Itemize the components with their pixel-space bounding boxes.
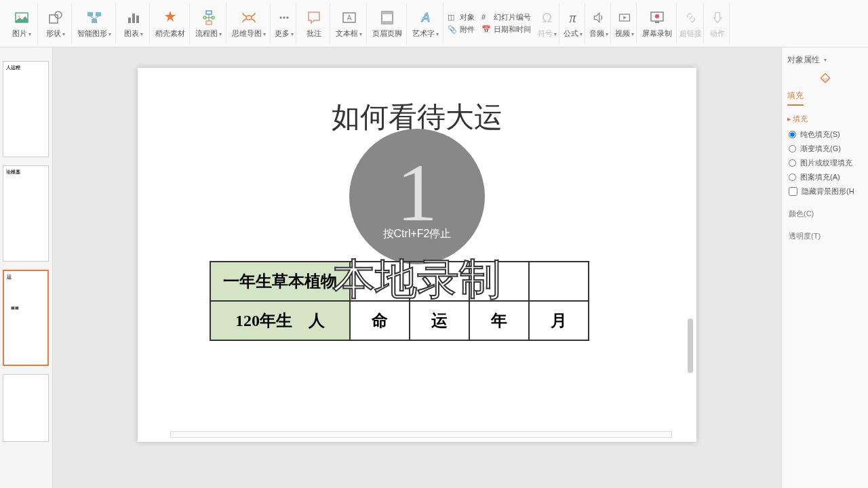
thumbnail-4[interactable] [3, 374, 49, 442]
svg-rect-6 [92, 19, 97, 23]
svg-point-17 [286, 16, 288, 18]
symbol-icon: Ω [538, 8, 557, 27]
ribbon-wordart[interactable]: A 艺术字▾ [408, 3, 443, 44]
ribbon-headerfooter[interactable]: 页眉页脚 [368, 3, 407, 44]
ribbon-video[interactable]: 视频▾ [612, 3, 637, 44]
svg-point-15 [279, 16, 281, 18]
main-area: 人运程 论根基 运 ▦▦ 如何看待大运 1 按Ctrl+F2停止 本地录制 一年… [0, 47, 868, 488]
countdown-number: 1 [397, 152, 437, 234]
table-cell[interactable] [529, 262, 589, 301]
ribbon-shape[interactable]: 形状▾ [39, 3, 72, 44]
radio-solid-fill[interactable]: 纯色填充(S) [789, 129, 861, 140]
slide-thumbnails: 人运程 论根基 运 ▦▦ [0, 47, 53, 488]
thumbnail-2[interactable]: 论根基 [3, 165, 49, 262]
svg-rect-11 [206, 21, 212, 24]
radio-picture-fill[interactable]: 图片或纹理填充 [789, 158, 861, 168]
comment-icon [304, 8, 323, 27]
stop-hint: 按Ctrl+F2停止 [383, 227, 452, 241]
ribbon-chart[interactable]: 图表▾ [117, 3, 150, 44]
svg-rect-5 [96, 12, 101, 16]
radio-pattern-fill[interactable]: 图案填充(A) [789, 172, 861, 182]
local-recording-label: 本地录制 [333, 251, 501, 308]
svg-rect-9 [136, 16, 139, 23]
image-icon [12, 8, 31, 27]
ribbon-symbol[interactable]: Ω 符号▾ [535, 3, 559, 44]
table-cell[interactable]: 月 [529, 301, 589, 340]
transparency-label[interactable]: 透明度(T) [789, 231, 863, 241]
equation-icon: π [564, 8, 583, 27]
check-hide-bg[interactable]: 隐藏背景图形(H [789, 186, 861, 197]
svg-rect-21 [382, 12, 393, 14]
ribbon: 图片▾ 形状▾ 智能图形▾ 图表▾ 稻壳素材 流程图▾ 思维导图▾ 更多▾ 批注… [0, 0, 868, 47]
svg-rect-10 [206, 11, 212, 14]
fill-tab-icon[interactable] [818, 71, 833, 86]
ribbon-image[interactable]: 图片▾ [5, 3, 38, 44]
chart-icon [124, 8, 143, 27]
svg-rect-27 [655, 22, 659, 23]
more-icon [275, 8, 294, 27]
fill-tab[interactable]: 填充 [787, 90, 804, 106]
svg-rect-7 [128, 18, 131, 23]
svg-point-1 [18, 16, 20, 18]
ribbon-datetime[interactable]: 📅日期和时间 [481, 24, 531, 35]
ribbon-flowchart[interactable]: 流程图▾ [191, 3, 226, 44]
radio-gradient-fill[interactable]: 渐变填充(G) [789, 144, 861, 154]
action-icon [708, 8, 727, 27]
ribbon-mindmap[interactable]: 思维导图▾ [228, 3, 271, 44]
svg-rect-4 [87, 12, 93, 16]
ribbon-equation[interactable]: π 公式▾ [561, 3, 585, 44]
table-cell[interactable]: 120年生 人 [210, 301, 350, 340]
ribbon-slidenum[interactable]: #幻灯片编号 [481, 12, 531, 22]
ribbon-small-group1: ◫对象 📎附件 [445, 11, 477, 36]
color-label[interactable]: 颜色(C) [789, 209, 863, 219]
flowchart-icon [199, 8, 218, 27]
mindmap-icon [239, 8, 258, 27]
ribbon-docer[interactable]: 稻壳素材 [151, 3, 190, 44]
svg-rect-22 [382, 21, 393, 24]
video-icon [615, 8, 634, 27]
svg-point-14 [246, 16, 252, 20]
table-cell[interactable]: 一年生草本植物 [210, 262, 350, 301]
wordart-icon: A [416, 8, 435, 27]
ribbon-action[interactable]: 动作 [705, 3, 730, 44]
panel-title: 对象属性▾ [787, 54, 863, 66]
ribbon-screenrec[interactable]: 屏幕录制 [638, 3, 677, 44]
screenrec-icon [648, 8, 667, 27]
ribbon-more[interactable]: 更多▾ [272, 3, 296, 44]
thumbnail-1[interactable]: 人运程 [3, 61, 49, 157]
notes-placeholder[interactable] [170, 431, 672, 438]
headerfooter-icon [378, 8, 397, 27]
slide[interactable]: 如何看待大运 1 按Ctrl+F2停止 本地录制 一年生草本植物 120年生 人… [138, 68, 696, 442]
slide-canvas[interactable]: 如何看待大运 1 按Ctrl+F2停止 本地录制 一年生草本植物 120年生 人… [53, 47, 781, 488]
ribbon-object[interactable]: ◫对象 [448, 12, 475, 22]
audio-icon [589, 8, 608, 27]
hyperlink-icon [682, 8, 701, 27]
textbox-icon: A [340, 8, 359, 27]
svg-point-26 [655, 14, 659, 18]
fill-section-header[interactable]: ▸填充 [787, 114, 863, 124]
svg-text:A: A [347, 14, 351, 22]
ribbon-textbox[interactable]: A 文本框▾ [332, 3, 367, 44]
ribbon-audio[interactable]: 音频▾ [587, 3, 611, 44]
recording-indicator: 1 按Ctrl+F2停止 [349, 129, 485, 264]
ribbon-comment[interactable]: 批注 [298, 3, 330, 44]
svg-point-16 [283, 16, 285, 18]
svg-rect-8 [132, 14, 135, 23]
ribbon-small-group2: #幻灯片编号 📅日期和时间 [479, 11, 534, 36]
ribbon-attachment[interactable]: 📎附件 [448, 24, 475, 35]
svg-rect-2 [50, 15, 58, 23]
smartart-icon [85, 8, 104, 27]
docer-icon [161, 8, 180, 27]
shape-icon [46, 8, 65, 27]
thumbnail-3[interactable]: 运 ▦▦ [3, 270, 49, 366]
svg-text:A: A [420, 11, 429, 24]
properties-panel: 对象属性▾ 填充 ▸填充 纯色填充(S) 渐变填充(G) 图片或纹理填充 图案填… [781, 47, 868, 488]
ribbon-hyperlink[interactable]: 超链接 [678, 3, 704, 44]
scrollbar[interactable] [688, 319, 693, 373]
ribbon-smartart[interactable]: 智能图形▾ [73, 3, 116, 44]
